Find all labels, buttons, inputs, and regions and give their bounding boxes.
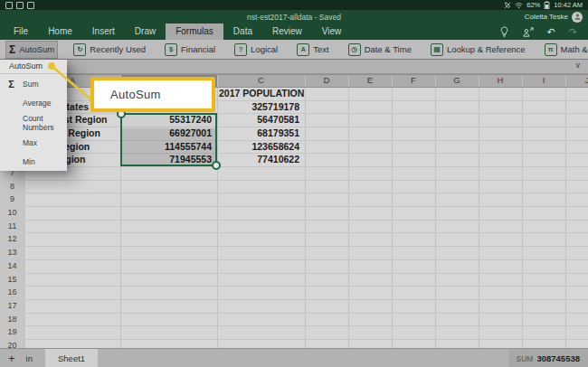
notification-icon [5,2,13,9]
logical-icon: ? [234,43,247,56]
ribbon-button-text[interactable]: AText [293,41,332,59]
battery-percent: 62% [526,1,540,9]
menu-item-max[interactable]: Max [0,133,67,153]
callout-text: AutoSum [110,88,161,101]
share-icon[interactable] [523,27,534,37]
cell-c4[interactable]: 68179351 [219,127,299,140]
column-header-c[interactable]: C [217,74,305,87]
column-header-e[interactable]: E [348,74,392,87]
gridline-vertical [348,74,349,348]
menu-item-count-numbers[interactable]: Count Numbers [0,113,67,133]
gridline-vertical [217,74,218,348]
selection-range-B3:B6[interactable] [120,113,217,166]
column-header-h[interactable]: H [479,74,522,87]
tab-view[interactable]: View [312,24,352,40]
gridline-horizontal [0,299,588,300]
recently-used-icon: ↻ [73,43,86,56]
tab-draw[interactable]: Draw [125,24,166,40]
math-trig-icon: π [545,43,557,56]
undo-icon[interactable]: ↶ [547,27,555,37]
sheet-strip-label[interactable]: in [26,353,33,363]
row-header-17[interactable]: 17 [0,299,24,313]
menu-item-sum[interactable]: ΣSum [0,74,67,94]
sheet-tab-sheet1[interactable]: Sheet1 [45,349,98,367]
gridline-horizontal [0,166,588,167]
column-header-d[interactable]: D [305,74,348,87]
menu-item-label: Max [23,138,37,147]
column-header-f[interactable]: F [392,74,435,87]
sum-value: 308745538 [536,353,580,363]
status-notification-icons [5,2,34,9]
tab-home[interactable]: Home [38,24,82,40]
row-header-20[interactable]: 20 [0,339,24,348]
row-header-16[interactable]: 16 [0,286,24,299]
row-header-13[interactable]: 13 [0,246,24,259]
header-top-border [0,74,588,75]
row-header-15[interactable]: 15 [0,273,24,287]
gridline-horizontal [0,286,588,287]
document-title: nst-est2017-alldata - Saved [0,13,588,22]
ribbon-toolbar: ΣAutoSum↻Recently Used$Financial?Logical… [0,40,588,60]
menu-item-average[interactable]: Average [0,94,67,114]
selection-shade [122,128,215,165]
add-sheet-button[interactable]: + [8,352,15,365]
gridline-horizontal [0,273,588,274]
chevron-down-icon[interactable]: ∨ [574,61,581,70]
menu-item-min[interactable]: Min [0,152,67,172]
autosum-menu-header: AutoSum [0,60,67,74]
row-header-10[interactable]: 10 [0,206,24,220]
ribbon-button-logical[interactable]: ?Logical [231,41,281,59]
redo-icon[interactable]: ↷ [569,27,577,37]
column-header-i[interactable]: I [522,74,565,87]
row-header-11[interactable]: 11 [0,220,24,233]
ribbon-button-lookup-reference[interactable]: ▤Lookup & Reference [427,41,529,59]
gridline-horizontal [0,325,588,326]
cell-c3[interactable]: 56470581 [219,113,299,127]
row-header-9[interactable]: 9 [0,193,24,206]
ribbon-button-autosum[interactable]: ΣAutoSum [5,41,58,59]
column-header-j[interactable]: J [565,74,588,87]
lightbulb-icon[interactable] [499,26,509,37]
tab-data[interactable]: Data [223,24,262,40]
account-area[interactable]: Coletta Teske [525,12,583,23]
status-sum[interactable]: SUM 308745538 [508,349,588,367]
cell-c5[interactable]: 123658624 [219,140,299,154]
tab-insert[interactable]: Insert [82,24,125,40]
ribbon-button-math-trig[interactable]: πMath & Trig [541,41,588,59]
row-header-18[interactable]: 18 [0,313,24,326]
ribbon-button-label: Logical [251,44,278,54]
gridline-vertical [305,74,306,348]
ribbon-button-label: Financial [181,44,215,54]
ribbon-button-date-time[interactable]: ◷Date & Time [345,41,415,59]
row-header-8[interactable]: 8 [0,180,24,193]
gridline-horizontal [0,206,588,207]
avatar[interactable] [572,12,583,23]
ribbon-button-financial[interactable]: $Financial [161,41,219,59]
gridline-vertical [565,74,566,348]
gridline-vertical [392,74,393,348]
row-header-12[interactable]: 12 [0,232,24,246]
row-header-19[interactable]: 19 [0,325,24,339]
excel-app-window: 62% 10:42 AM nst-est2017-alldata - Saved… [0,0,588,367]
phone-muted-icon [504,2,511,9]
cell-c6[interactable]: 77410622 [219,153,299,166]
formula-bar[interactable]: ∨ [0,60,588,74]
cell-c2[interactable]: 325719178 [219,100,299,114]
gridline-horizontal [0,220,588,221]
cell-c1[interactable]: 2017 POPULATION [219,87,299,100]
tab-file[interactable]: File [4,24,38,40]
ribbon-button-label: Recently Used [90,44,146,54]
ribbon-button-label: Text [313,44,328,54]
spreadsheet-grid[interactable]: ABCDEFGHIJ123456789101112131415161718192… [0,74,588,348]
android-status-bar: 62% 10:42 AM [0,0,588,10]
ribbon-button-recently-used[interactable]: ↻Recently Used [70,41,149,59]
ribbon-button-label: Lookup & Reference [447,44,526,54]
column-header-g[interactable]: G [435,74,479,87]
selection-handle-bottom-right[interactable] [212,161,221,170]
callout-label: AutoSum [90,77,215,112]
lookup-reference-icon: ▤ [431,43,443,56]
tab-formulas[interactable]: Formulas [166,24,223,40]
tab-review[interactable]: Review [262,24,312,40]
row-header-14[interactable]: 14 [0,259,24,273]
gridline-vertical [522,74,523,348]
